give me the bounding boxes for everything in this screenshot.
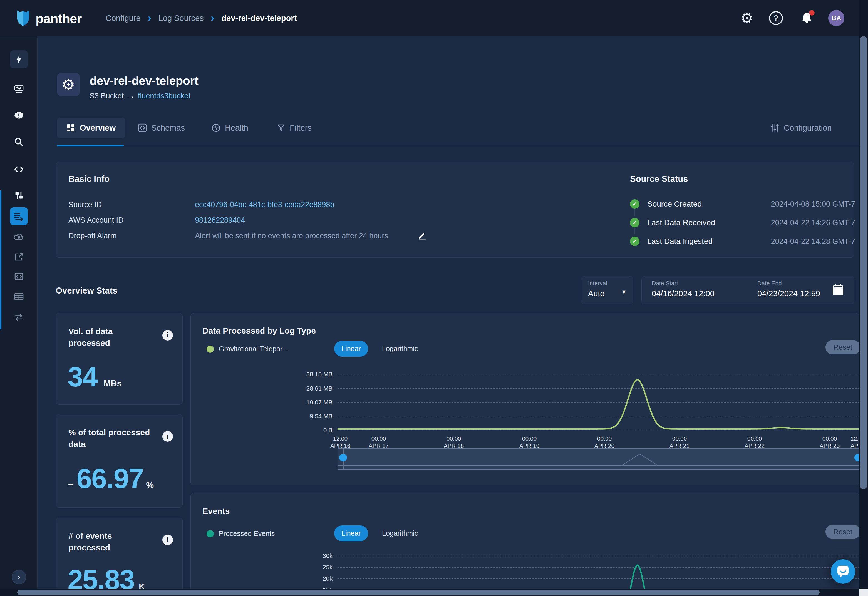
status-connector: [635, 227, 635, 235]
sidebar-item-system-monitor[interactable]: [10, 80, 28, 98]
chevron-right-icon: ›: [211, 13, 214, 23]
sidebar-item-search[interactable]: [10, 133, 28, 151]
tab-health[interactable]: Health: [211, 118, 248, 138]
x-axis-tick-partial: 12:00APR 23: [850, 435, 859, 450]
stat-value: 66.97: [77, 465, 143, 492]
info-icon[interactable]: i: [162, 431, 173, 442]
bucket-link[interactable]: fluentds3bucket: [138, 92, 190, 100]
status-label: Last Data Ingested: [647, 237, 739, 246]
configuration-link[interactable]: Configuration: [770, 118, 832, 138]
legend-label: Processed Events: [219, 530, 275, 538]
reset-zoom-button[interactable]: Reset: [825, 525, 859, 539]
chart-legend-item[interactable]: Processed Events: [207, 530, 275, 538]
panther-logo-icon: [15, 8, 32, 28]
logarithmic-toggle-button[interactable]: Logarithmic: [382, 345, 418, 353]
x-axis-tick: 00:00APR 22: [738, 435, 771, 450]
sidebar-expand-button[interactable]: ›: [12, 570, 26, 584]
calendar-button[interactable]: [833, 283, 843, 297]
status-label: Source Created: [647, 199, 739, 208]
aws-account-id-value: 981262289404: [195, 216, 245, 224]
flash-icon: [14, 54, 24, 64]
basic-info-card: Basic Info Source ID ecc40796-04bc-481c-…: [56, 162, 854, 258]
active-tab-underline: [57, 145, 124, 146]
vertical-scrollbar-thumb[interactable]: [860, 36, 867, 489]
edit-alarm-button[interactable]: [417, 230, 427, 242]
stat-card-percent: % of total processed data i ~ 66.97 %: [56, 414, 183, 507]
chart-title: Events: [202, 506, 230, 516]
schemas-icon: [137, 123, 147, 133]
chat-widget-button[interactable]: [831, 559, 855, 584]
reset-zoom-button[interactable]: Reset: [825, 340, 859, 354]
data-processed-line-chart[interactable]: [338, 370, 859, 431]
cloud-shield-icon: [13, 232, 24, 242]
vertical-scrollbar[interactable]: [859, 0, 868, 589]
breadcrumb-log-sources[interactable]: Log Sources: [158, 13, 204, 23]
chart-legend-item[interactable]: Gravitational.Telepor…: [207, 345, 289, 353]
status-time: 2024-04-08 15:00 GMT-7: [747, 200, 855, 208]
sidebar-item-packs[interactable]: [10, 268, 28, 286]
y-axis-tick: 19.07 MB: [297, 399, 332, 406]
table-icon: [13, 291, 24, 302]
tab-health-label: Health: [225, 124, 248, 133]
tab-overview[interactable]: Overview: [57, 118, 125, 138]
left-sidebar: ›: [0, 36, 38, 596]
app-root: panther Configure › Log Sources › dev-re…: [0, 0, 868, 596]
sidebar-item-flash[interactable]: [10, 50, 28, 68]
panther-logo[interactable]: panther: [15, 8, 81, 28]
tab-filters[interactable]: Filters: [277, 118, 311, 138]
x-axis-tick: 12:00APR 16: [323, 435, 357, 450]
horizontal-scrollbar[interactable]: [0, 589, 868, 596]
sidebar-item-integrations[interactable]: [10, 248, 28, 266]
x-axis-tick: 00:00APR 20: [588, 435, 621, 450]
source-status-title: Source Status: [630, 174, 688, 184]
logarithmic-toggle-button[interactable]: Logarithmic: [382, 529, 418, 537]
sidebar-item-cloud-security[interactable]: [10, 228, 28, 246]
sidebar-item-tables[interactable]: [10, 288, 28, 305]
stat-value-row: 34 MBs: [68, 363, 122, 391]
tab-schemas-label: Schemas: [151, 124, 185, 133]
linear-toggle-button[interactable]: Linear: [334, 341, 368, 357]
search-icon: [13, 137, 24, 148]
chart-card-events: Events Processed Events Linear Logarithm…: [190, 493, 859, 596]
info-icon[interactable]: i: [162, 534, 173, 545]
y-axis-tick: 30k: [297, 552, 332, 559]
stat-card-volume: Vol. of data processed i 34 MBs: [56, 313, 183, 405]
info-icon[interactable]: i: [162, 330, 173, 341]
user-avatar[interactable]: BA: [828, 0, 844, 36]
stat-unit: MBs: [103, 379, 121, 389]
sidebar-item-transform[interactable]: [10, 308, 28, 326]
sidebar-item-log-sources-active[interactable]: [10, 207, 28, 225]
y-axis-tick: 9.54 MB: [297, 413, 332, 420]
code-icon: [13, 164, 24, 174]
calendar-icon: [833, 283, 843, 296]
row-label: AWS Account ID: [68, 216, 124, 224]
sidebar-item-alerts[interactable]: [10, 107, 28, 124]
date-range-picker[interactable]: Date Start 04/16/2024 12:00 Date End 04/…: [641, 276, 855, 304]
sidebar-section-indicator: [0, 190, 1, 329]
notifications-button[interactable]: [799, 0, 815, 36]
help-button[interactable]: ?: [768, 0, 784, 36]
chart-card-data-processed: Data Processed by Log Type Gravitational…: [190, 313, 859, 485]
brush-left-handle[interactable]: [339, 454, 347, 462]
chart-range-brush[interactable]: [338, 448, 859, 469]
configuration-label: Configuration: [784, 124, 832, 133]
status-row-received: ✓ Last Data Received 2024-04-22 14:26 GM…: [630, 218, 855, 227]
stat-title: % of total processed data: [68, 427, 155, 450]
interval-select[interactable]: Interval Auto ▾: [581, 276, 633, 304]
row-label: Drop-off Alarm: [68, 232, 117, 240]
source-type-label: S3 Bucket: [90, 92, 124, 100]
source-type-logo: ⚙: [57, 73, 80, 96]
tab-schemas[interactable]: Schemas: [137, 118, 185, 138]
interval-label: Interval: [588, 280, 607, 286]
settings-gear-button[interactable]: ⚙: [738, 0, 756, 36]
sidebar-item-detections[interactable]: [10, 161, 28, 178]
chat-bubble-icon: [837, 565, 849, 578]
sidebar-item-tuning[interactable]: [10, 186, 28, 204]
pencil-icon: [417, 230, 427, 240]
x-axis-tick: 00:00APR 18: [437, 435, 471, 450]
y-axis-tick: 20k: [297, 575, 332, 583]
configuration-sliders-icon: [770, 123, 779, 133]
linear-toggle-button[interactable]: Linear: [334, 525, 368, 541]
breadcrumb-configure[interactable]: Configure: [106, 13, 141, 23]
horizontal-scrollbar-thumb[interactable]: [17, 590, 819, 595]
